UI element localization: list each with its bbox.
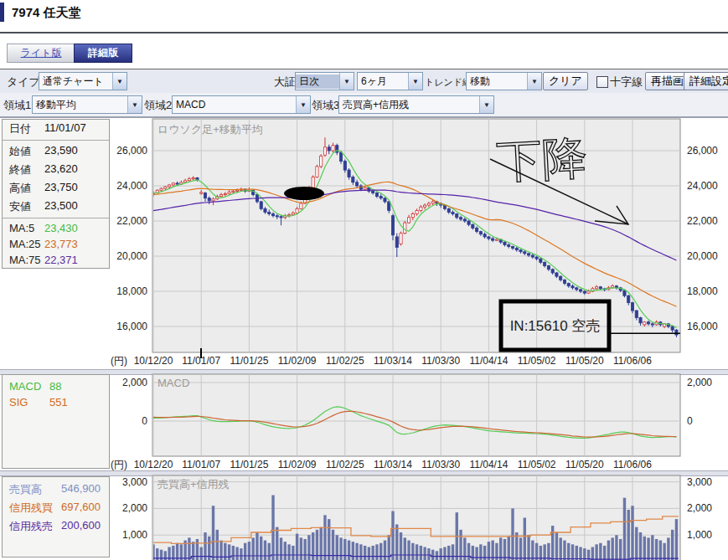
svg-text:11/05/20: 11/05/20 <box>565 355 604 367</box>
svg-text:11/03/30: 11/03/30 <box>421 459 460 470</box>
svg-text:11/03/14: 11/03/14 <box>374 459 412 470</box>
svg-text:1,000: 1,000 <box>122 529 147 541</box>
volume-value: 546,900 <box>61 482 101 497</box>
svg-text:下降: 下降 <box>495 131 588 187</box>
svg-text:2,000: 2,000 <box>687 502 712 514</box>
svg-text:11/01/25: 11/01/25 <box>230 355 268 367</box>
area2-label: 領域2 <box>144 98 172 113</box>
svg-text:11/06/06: 11/06/06 <box>613 459 652 470</box>
area3-select[interactable]: 売買高+信用残 ▼ <box>338 95 494 114</box>
tab-light-version[interactable]: ライト版 <box>7 44 75 63</box>
svg-text:11/02/25: 11/02/25 <box>326 355 364 367</box>
range-select[interactable]: 6ヶ月 ▼ <box>357 72 423 90</box>
svg-text:11/01/25: 11/01/25 <box>230 459 268 470</box>
svg-text:11/05/02: 11/05/02 <box>518 355 556 367</box>
ma25-label: MA:25 <box>9 238 44 250</box>
margin-buy-label: 信用残買 <box>9 501 61 516</box>
svg-text:2,000: 2,000 <box>687 377 712 388</box>
area2-select[interactable]: MACD ▼ <box>172 95 311 114</box>
svg-text:11/04/14: 11/04/14 <box>469 355 508 367</box>
ma75-value: 22,371 <box>44 254 78 266</box>
chevron-down-icon: ▼ <box>479 96 493 113</box>
chevron-down-icon: ▼ <box>296 96 310 113</box>
svg-text:0: 0 <box>142 415 147 427</box>
macd-label: MACD <box>9 380 49 393</box>
sig-value: 551 <box>49 396 68 408</box>
svg-text:16,000: 16,000 <box>116 321 147 332</box>
svg-text:2,000: 2,000 <box>122 377 147 388</box>
svg-text:10/12/20: 10/12/20 <box>134 355 173 367</box>
svg-text:26,000: 26,000 <box>687 145 718 157</box>
period-select[interactable]: 日次 ▼ <box>295 72 354 90</box>
svg-text:18,000: 18,000 <box>116 285 147 297</box>
price-info-panel: 日付11/01/07 始値23,590 終値23,620 高値23,750 安値… <box>2 119 110 269</box>
svg-text:11/06/06: 11/06/06 <box>613 355 652 367</box>
settings-button[interactable]: 詳細設定 <box>684 72 728 90</box>
divider <box>3 218 109 218</box>
svg-text:24,000: 24,000 <box>116 180 147 192</box>
ma75-label: MA:75 <box>9 254 44 266</box>
date-label: 日付 <box>9 121 44 136</box>
macd-info-panel: MACD88 SIG551 <box>2 374 110 469</box>
svg-text:MACD: MACD <box>157 377 189 389</box>
tab-detail-version[interactable]: 詳細版 <box>74 44 132 63</box>
macd-value: 88 <box>49 380 61 393</box>
svg-text:IN:15610 空売: IN:15610 空売 <box>510 318 601 334</box>
volume-label: 売買高 <box>9 482 61 497</box>
area3-value: 売買高+信用残 <box>339 98 479 112</box>
svg-text:11/05/20: 11/05/20 <box>565 459 604 470</box>
svg-text:ロウソク足+移動平均: ロウソク足+移動平均 <box>157 123 263 136</box>
date-value: 11/01/07 <box>44 121 86 136</box>
svg-text:3,000: 3,000 <box>687 476 712 488</box>
trendline-value: 移動 <box>467 74 527 89</box>
svg-text:22,000: 22,000 <box>687 215 718 227</box>
chart-type-select[interactable]: 通常チャート ▼ <box>39 72 127 90</box>
period-value: 日次 <box>296 74 339 89</box>
toolbar-row2: 領域1 移動平均 ▼ 領域2 MACD ▼ 領域3 売買高+信用残 ▼ <box>0 93 728 118</box>
svg-text:1,000: 1,000 <box>687 529 712 541</box>
chevron-down-icon: ▼ <box>127 96 142 113</box>
svg-text:24,000: 24,000 <box>687 180 718 192</box>
trendline-select[interactable]: 移動 ▼ <box>466 72 542 90</box>
trendline-label: トレンド線 <box>425 76 472 89</box>
svg-text:3,000: 3,000 <box>122 476 147 488</box>
margin-buy-value: 697,600 <box>61 501 101 516</box>
crosshair-checkbox[interactable] <box>596 76 608 88</box>
svg-text:11/02/25: 11/02/25 <box>326 459 364 470</box>
area1-select[interactable]: 移動平均 ▼ <box>32 95 142 114</box>
low-label: 安値 <box>9 199 44 214</box>
svg-text:11/03/14: 11/03/14 <box>374 355 412 367</box>
svg-text:18,000: 18,000 <box>687 285 718 297</box>
chevron-down-icon: ▼ <box>112 73 126 90</box>
ma5-label: MA:5 <box>9 222 44 234</box>
range-value: 6ヶ月 <box>358 74 408 89</box>
area1-label: 領域1 <box>3 98 31 113</box>
area2-value: MACD <box>173 99 296 110</box>
svg-text:10/12/20: 10/12/20 <box>134 459 173 470</box>
sig-label: SIG <box>9 396 49 408</box>
volume-info-panel: 売買高546,900 信用残買697,600 信用残売200,600 <box>2 476 110 557</box>
svg-text:売買高+信用残: 売買高+信用残 <box>157 478 230 491</box>
low-value: 23,500 <box>44 199 78 214</box>
header-accent-bar <box>0 3 4 22</box>
svg-text:11/03/30: 11/03/30 <box>421 355 460 367</box>
svg-text:11/02/09: 11/02/09 <box>278 459 317 470</box>
divider <box>3 140 109 141</box>
margin-sell-value: 200,600 <box>61 519 101 534</box>
svg-text:2,000: 2,000 <box>122 502 147 514</box>
svg-text:22,000: 22,000 <box>116 215 147 227</box>
chart-type-value: 通常チャート <box>39 74 112 89</box>
svg-text:(円): (円) <box>111 355 127 367</box>
chevron-down-icon: ▼ <box>339 73 354 90</box>
clear-button[interactable]: クリア <box>543 72 588 90</box>
toolbar-row1: タイプ 通常チャート ▼ 大証 日次 ▼ 6ヶ月 ▼ トレンド線 移動 ▼ クリ… <box>0 69 728 94</box>
svg-text:11/02/09: 11/02/09 <box>278 355 317 367</box>
header: 7974 任天堂 <box>0 0 728 33</box>
type-label: タイプ <box>7 74 40 90</box>
ma5-value: 23,430 <box>44 222 78 234</box>
ma25-value: 23,773 <box>44 238 78 250</box>
margin-sell-label: 信用残売 <box>9 519 61 534</box>
svg-text:20,000: 20,000 <box>687 250 718 262</box>
svg-text:11/04/14: 11/04/14 <box>469 459 508 470</box>
svg-text:11/01/07: 11/01/07 <box>182 459 220 470</box>
